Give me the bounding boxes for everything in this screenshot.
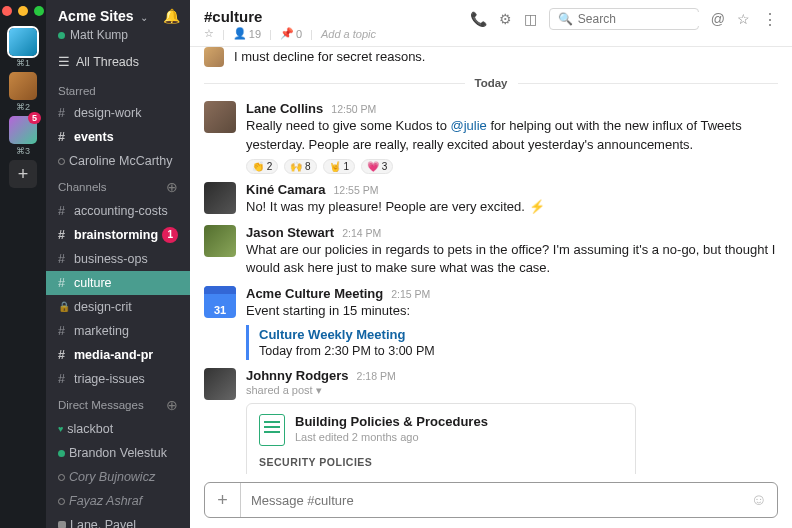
reaction[interactable]: 👏 2 bbox=[246, 159, 278, 174]
all-threads-label: All Threads bbox=[76, 55, 139, 69]
add-workspace-button[interactable]: + bbox=[9, 160, 37, 188]
message-author[interactable]: Lane Collins bbox=[246, 101, 323, 116]
reaction[interactable]: 💗 3 bbox=[361, 159, 393, 174]
avatar[interactable] bbox=[204, 101, 236, 133]
sidebar-item-fayaz-ashraf[interactable]: Fayaz Ashraf bbox=[46, 489, 190, 513]
message-text: No! It was my pleasure! People are very … bbox=[246, 198, 778, 217]
channel-header: #culture ☆ | 👤19 | 📌0 | Add a topic 📞 ⚙ … bbox=[190, 0, 792, 47]
sidebar-item-accounting-costs[interactable]: #accounting-costs bbox=[46, 199, 190, 223]
reaction[interactable]: 🙌 8 bbox=[284, 159, 316, 174]
sidebar-item-label: design-crit bbox=[74, 297, 132, 317]
message-list[interactable]: I must decline for secret reasons. Today… bbox=[190, 47, 792, 474]
close-window[interactable] bbox=[2, 6, 12, 16]
avatar[interactable] bbox=[204, 47, 224, 67]
sidebar-item-label: Brandon Velestuk bbox=[69, 443, 167, 463]
current-user[interactable]: Matt Kump bbox=[46, 28, 190, 50]
minimize-window[interactable] bbox=[18, 6, 28, 16]
workspace-3-badge: 5 bbox=[28, 112, 41, 124]
mention[interactable]: @julie bbox=[451, 118, 487, 133]
message-time: 12:50 PM bbox=[331, 103, 376, 115]
sidebar-item-label: Fayaz Ashraf bbox=[69, 491, 142, 511]
sidebar-item-media-and-pr[interactable]: #media-and-pr bbox=[46, 343, 190, 367]
avatar[interactable] bbox=[204, 182, 236, 214]
sidebar-item-business-ops[interactable]: #business-ops bbox=[46, 247, 190, 271]
sidebar-item-lane-pavel[interactable]: Lane, Pavel bbox=[46, 513, 190, 528]
date-divider: Today bbox=[204, 77, 778, 89]
sidebar-item-label: Lane, Pavel bbox=[70, 515, 136, 528]
presence-indicator bbox=[58, 158, 65, 165]
pin-count[interactable]: 📌0 bbox=[280, 27, 302, 40]
search-icon: 🔍 bbox=[558, 12, 573, 26]
current-user-name: Matt Kump bbox=[70, 28, 128, 42]
team-header[interactable]: Acme Sites ⌄ 🔔 bbox=[46, 0, 190, 28]
avatar[interactable] bbox=[204, 225, 236, 257]
sidebar-item-caroline-mccarthy[interactable]: Caroline McCarthy bbox=[46, 149, 190, 173]
sidebar-item-brainstorming[interactable]: #brainstorming1 bbox=[46, 223, 190, 247]
reaction[interactable]: 🤘 1 bbox=[323, 159, 355, 174]
attach-button[interactable]: + bbox=[205, 483, 241, 517]
star-list-icon[interactable]: ☆ bbox=[737, 11, 750, 27]
channel-name[interactable]: #culture bbox=[204, 8, 458, 25]
composer-input[interactable] bbox=[241, 483, 741, 517]
document-section: SECURITY POLICIES bbox=[259, 456, 623, 468]
add-channel-button[interactable]: ⊕ bbox=[166, 179, 178, 195]
avatar[interactable]: 31 bbox=[204, 286, 236, 318]
all-threads[interactable]: ☰ All Threads bbox=[46, 50, 190, 79]
mentions-icon[interactable]: @ bbox=[711, 11, 725, 27]
sidebar-item-design-crit[interactable]: 🔒design-crit bbox=[46, 295, 190, 319]
hash-icon: # bbox=[58, 345, 70, 365]
hash-icon: # bbox=[58, 201, 70, 221]
document-icon bbox=[259, 414, 285, 446]
search-input[interactable] bbox=[578, 12, 728, 26]
workspace-1[interactable] bbox=[9, 28, 37, 56]
message-time: 2:14 PM bbox=[342, 227, 381, 239]
hash-icon: # bbox=[58, 127, 70, 147]
message-author[interactable]: Jason Stewart bbox=[246, 225, 334, 240]
sidebar-item-slackbot[interactable]: ♥slackbot bbox=[46, 417, 190, 441]
message: Lane Collins12:50 PMReally need to give … bbox=[204, 95, 778, 176]
details-icon[interactable]: ◫ bbox=[524, 11, 537, 27]
sidebar-item-triage-issues[interactable]: #triage-issues bbox=[46, 367, 190, 391]
sidebar-item-culture[interactable]: #culture bbox=[46, 271, 190, 295]
settings-icon[interactable]: ⚙ bbox=[499, 11, 512, 27]
pin-icon: 📌 bbox=[280, 27, 294, 40]
document-card[interactable]: Building Policies & ProceduresLast edite… bbox=[246, 403, 636, 474]
call-icon[interactable]: 📞 bbox=[470, 11, 487, 27]
search-box[interactable]: 🔍 bbox=[549, 8, 699, 30]
star-button[interactable]: ☆ bbox=[204, 27, 214, 40]
maximize-window[interactable] bbox=[34, 6, 44, 16]
multi-dm-icon bbox=[58, 521, 66, 528]
sidebar-item-label: media-and-pr bbox=[74, 345, 153, 365]
channel-topic[interactable]: Add a topic bbox=[321, 28, 376, 40]
reactions: 👏 2🙌 8🤘 1💗 3 bbox=[246, 159, 778, 174]
sidebar-item-design-work[interactable]: #design-work bbox=[46, 101, 190, 125]
message-author[interactable]: Johnny Rodgers bbox=[246, 368, 349, 383]
notifications-icon[interactable]: 🔔 bbox=[163, 8, 180, 24]
sidebar-item-label: culture bbox=[74, 273, 112, 293]
team-name: Acme Sites bbox=[58, 8, 133, 24]
sidebar-item-cory-bujnowicz[interactable]: Cory Bujnowicz bbox=[46, 465, 190, 489]
workspace-3[interactable]: 5 bbox=[9, 116, 37, 144]
avatar[interactable] bbox=[204, 368, 236, 400]
workspace-2[interactable] bbox=[9, 72, 37, 100]
sidebar-item-label: brainstorming bbox=[74, 225, 158, 245]
add-dm-button[interactable]: ⊕ bbox=[166, 397, 178, 413]
more-actions-icon[interactable]: ⋮ bbox=[762, 10, 778, 29]
member-count[interactable]: 👤19 bbox=[233, 27, 261, 40]
message-author[interactable]: Kiné Camara bbox=[246, 182, 325, 197]
event-time: Today from 2:30 PM to 3:00 PM bbox=[259, 344, 778, 358]
window-controls bbox=[2, 6, 44, 16]
sidebar-item-label: design-work bbox=[74, 103, 141, 123]
workspace-2-shortcut: ⌘2 bbox=[16, 102, 30, 112]
calendar-attachment[interactable]: Culture Weekly MeetingToday from 2:30 PM… bbox=[246, 325, 778, 360]
emoji-button[interactable]: ☺ bbox=[741, 491, 777, 509]
channel-sidebar: Acme Sites ⌄ 🔔 Matt Kump ☰ All Threads S… bbox=[46, 0, 190, 528]
hash-icon: # bbox=[58, 369, 70, 389]
sidebar-item-brandon-velestuk[interactable]: Brandon Velestuk bbox=[46, 441, 190, 465]
hash-icon: # bbox=[58, 103, 70, 123]
hash-icon: # bbox=[58, 249, 70, 269]
sidebar-item-label: business-ops bbox=[74, 249, 148, 269]
sidebar-item-events[interactable]: #events bbox=[46, 125, 190, 149]
sidebar-item-marketing[interactable]: #marketing bbox=[46, 319, 190, 343]
message-author[interactable]: Acme Culture Meeting bbox=[246, 286, 383, 301]
